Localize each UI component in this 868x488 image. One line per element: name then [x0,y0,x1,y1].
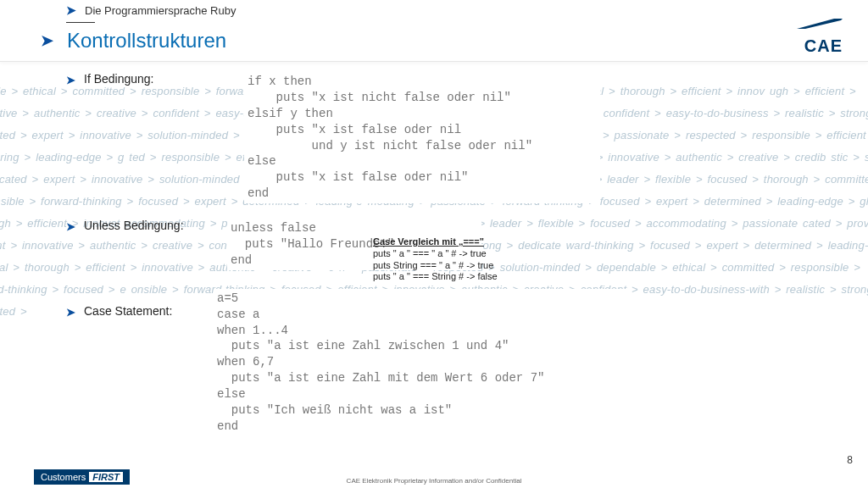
page-title: Kontrollstrukturen [67,29,226,53]
bullet-case: ➤ Case Statement: [66,304,202,319]
code-case: a=5 case a when 1...4 puts "a ist eine Z… [214,289,629,436]
bullet-unless-label: Unless Bedingung: [84,219,184,232]
overlay-line-3: puts " a " === String # -> false [373,271,498,283]
overlay-line-2: puts String === " a " # -> true [373,260,498,272]
chevron-icon: ➤ [66,3,76,17]
footer-customers: Customers [41,472,86,482]
footer-confidential: CAE Elektronik Proprietary Information a… [347,477,522,485]
code-if: if x then puts "x ist nicht false oder n… [244,72,600,203]
chevron-icon: ➤ [41,31,53,50]
overlay-line-1: puts " a " === " a " # -> true [373,248,498,260]
bullet-if: ➤ If Bedingung: [66,72,185,86]
overlay-title: Case Vergleich mit „===" [373,236,498,248]
title-row: ➤ Kontrollstrukturen [41,29,868,53]
bullet-case-label: Case Statement: [84,304,172,318]
logo-text: CAE [795,36,843,56]
slide-footer: Customers FIRST CAE Elektronik Proprieta… [0,466,868,488]
breadcrumb-text: Die Programmiersprache Ruby [85,4,236,17]
bullet-if-label: If Bedingung: [84,72,154,86]
logo-swoosh-icon [795,17,843,30]
slide-header: ➤ Die Programmiersprache Ruby ➤ Kontroll… [0,0,868,62]
chevron-icon: ➤ [66,74,75,86]
footer-first: FIRST [89,472,123,482]
if-section: ➤ If Bedingung: if x then puts "x ist ni… [0,72,868,203]
brand-logo: CAE [795,17,843,56]
case-comparison-overlay: Case Vergleich mit „===" puts " a " === … [373,236,498,283]
breadcrumb: ➤ Die Programmiersprache Ruby [66,3,868,17]
case-section: ➤ Case Statement: a=5 case a when 1...4 … [0,289,868,436]
bullet-unless: ➤ Unless Bedingung: [66,219,202,233]
slide-content: ➤ If Bedingung: if x then puts "x ist ni… [0,62,868,436]
breadcrumb-underline [66,22,95,23]
chevron-icon: ➤ [66,306,75,319]
chevron-icon: ➤ [66,220,75,233]
customers-first-badge: Customers FIRST [34,469,130,485]
page-number: 8 [847,454,853,466]
